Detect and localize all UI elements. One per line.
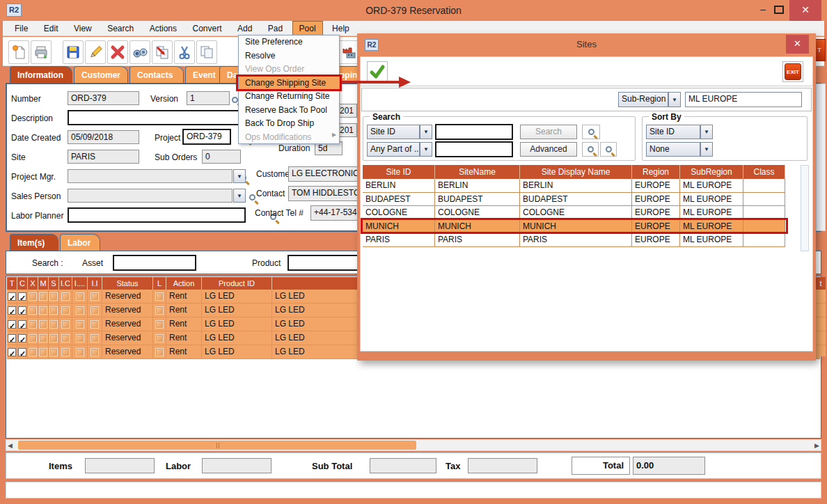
minimize-button[interactable]: –	[753, 0, 773, 21]
menu-help[interactable]: Help	[326, 22, 356, 36]
dialog-close-button[interactable]: ✕	[786, 35, 809, 54]
search-lookup-button[interactable]	[582, 125, 600, 139]
checkbox-ii[interactable]	[90, 306, 99, 315]
tab-items[interactable]: Item(s)	[10, 234, 58, 251]
search-field1-input[interactable]	[435, 124, 513, 140]
col-c[interactable]: C	[17, 277, 28, 290]
col-site-id[interactable]: Site ID	[363, 165, 435, 179]
checkbox-i-dots[interactable]	[76, 306, 84, 315]
sort2-combo-arrow[interactable]: ▼	[700, 142, 713, 157]
search-field1-combo-arrow[interactable]: ▼	[420, 125, 432, 139]
labor-planner-field[interactable]	[68, 207, 246, 223]
checkbox-s[interactable]	[49, 292, 58, 301]
menu-item-resolve[interactable]: Resolve	[239, 49, 339, 63]
checkbox-m[interactable]	[39, 292, 47, 301]
menu-pool[interactable]: Pool	[292, 21, 323, 36]
col-m[interactable]: M	[38, 277, 49, 290]
checkbox-c[interactable]	[18, 348, 26, 356]
description-field[interactable]	[68, 110, 246, 125]
col-ic[interactable]: I.C	[59, 277, 72, 290]
checkbox-m[interactable]	[39, 334, 47, 342]
checkbox-ii[interactable]	[90, 334, 99, 342]
sort1-combo-arrow[interactable]: ▼	[700, 125, 713, 139]
col-region[interactable]: Region	[632, 165, 680, 179]
checkbox-i-dots[interactable]	[76, 292, 84, 301]
copy-button[interactable]	[196, 40, 217, 64]
checkbox-m[interactable]	[39, 348, 47, 356]
search-field2-input[interactable]	[435, 141, 513, 157]
scroll-left-arrow[interactable]: ◀	[8, 442, 13, 449]
search-button[interactable]: Search	[520, 125, 577, 139]
close-button[interactable]: ✕	[789, 0, 821, 21]
col-t[interactable]: T	[7, 277, 17, 290]
checkbox-c[interactable]	[18, 292, 26, 301]
sales-person-field[interactable]	[68, 189, 233, 203]
site-row-paris[interactable]: PARIS PARIS PARIS EUROPE ML EUROPE	[363, 233, 785, 247]
checkbox-s[interactable]	[49, 334, 58, 342]
checkbox-ic[interactable]	[61, 292, 70, 301]
checkbox-l[interactable]	[155, 334, 164, 342]
col-i-dots[interactable]: I....	[72, 277, 88, 290]
menu-item-reserve-back-to-pool[interactable]: Reserve Back To Pool	[239, 104, 339, 118]
menu-view[interactable]: View	[68, 22, 98, 36]
checkbox-s[interactable]	[49, 320, 58, 329]
checkbox-i-dots[interactable]	[76, 348, 84, 356]
col-site-name[interactable]: SiteName	[435, 165, 520, 179]
checkbox-ic[interactable]	[61, 348, 70, 356]
col-product-id[interactable]: Product ID	[202, 277, 272, 290]
confirm-button[interactable]	[367, 61, 388, 82]
col-action[interactable]: Action	[166, 277, 202, 290]
asset-search-field[interactable]	[113, 255, 196, 271]
checkbox-x[interactable]	[29, 320, 37, 329]
tab-contacts[interactable]: Contacts	[129, 66, 184, 84]
menu-edit[interactable]: Edit	[38, 22, 65, 36]
col-l[interactable]: L	[153, 277, 166, 290]
delete-button[interactable]	[107, 40, 128, 64]
menu-actions[interactable]: Actions	[143, 22, 183, 36]
checkbox-x[interactable]	[29, 334, 37, 342]
checkbox-x[interactable]	[29, 292, 37, 301]
exit-button[interactable]: EXIT	[782, 61, 803, 82]
menu-item-change-returning-site[interactable]: Change Returning Site	[239, 90, 339, 104]
checkbox-s[interactable]	[49, 306, 58, 315]
checkbox-ii[interactable]	[90, 292, 99, 301]
checkbox-c[interactable]	[18, 320, 26, 329]
sort2-combo[interactable]: None	[646, 142, 700, 157]
search-field1-combo[interactable]: Site ID	[367, 125, 420, 139]
subregion-combo[interactable]: Sub-Region	[618, 92, 668, 107]
project-field[interactable]: ORD-379	[182, 129, 231, 145]
checkbox-l[interactable]	[155, 306, 164, 315]
edit-button[interactable]	[85, 40, 106, 64]
col-ii[interactable]: I.I	[88, 277, 102, 290]
project-mgr-dropdown-button[interactable]: ▼	[233, 169, 246, 183]
checkbox-m[interactable]	[39, 320, 47, 329]
cut-button[interactable]	[174, 40, 195, 64]
tab-labor[interactable]: Labor	[60, 234, 100, 251]
menu-item-site-preference[interactable]: Site Preference	[239, 36, 339, 49]
menu-add[interactable]: Add	[231, 22, 258, 36]
horizontal-scrollbar[interactable]: ◀ ▶	[6, 439, 821, 451]
scroll-right-arrow[interactable]: ▶	[814, 442, 819, 449]
checkbox-t[interactable]	[8, 306, 16, 315]
checkbox-t[interactable]	[8, 348, 16, 356]
shipping-button[interactable]	[338, 40, 359, 64]
scrollbar-thumb[interactable]	[18, 441, 416, 450]
subregion-combo-arrow[interactable]: ▼	[668, 92, 681, 107]
print-button[interactable]	[31, 40, 52, 64]
checkbox-x[interactable]	[29, 306, 37, 315]
site-row-budapest[interactable]: BUDAPEST BUDAPEST BUDAPEST EUROPE ML EUR…	[363, 193, 785, 207]
menu-convert[interactable]: Convert	[186, 22, 228, 36]
advanced-button[interactable]: Advanced	[520, 142, 577, 157]
save-button[interactable]	[63, 40, 84, 64]
search-field2-combo[interactable]: Any Part of ...	[367, 142, 420, 157]
sites-table-vertical-scrollbar[interactable]	[801, 165, 809, 251]
form-vertical-scrollbar[interactable]	[816, 84, 826, 231]
checkbox-t[interactable]	[8, 334, 16, 342]
menu-pad[interactable]: Pad	[262, 22, 289, 36]
paste-special-button[interactable]	[152, 40, 173, 64]
advanced-table-search-button[interactable]	[600, 142, 617, 157]
checkbox-i-dots[interactable]	[76, 334, 84, 342]
menu-item-back-to-drop-ship[interactable]: Back To Drop Ship	[239, 117, 339, 131]
checkbox-m[interactable]	[39, 306, 47, 315]
menu-search[interactable]: Search	[101, 22, 140, 36]
